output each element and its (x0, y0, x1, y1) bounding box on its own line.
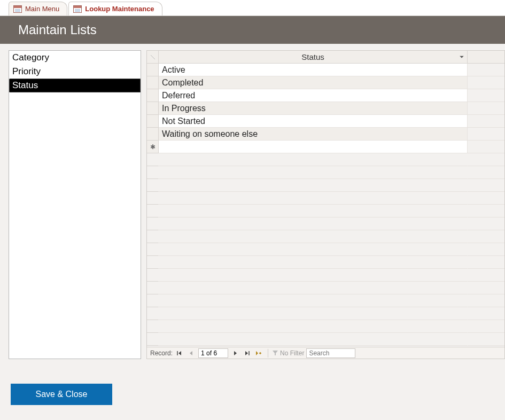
row-selector[interactable] (147, 115, 159, 128)
row-selector[interactable] (147, 64, 159, 76)
grid-empty-row (147, 294, 504, 307)
list-item-priority[interactable]: Priority (9, 65, 141, 79)
cell-empty (468, 76, 504, 89)
cell-empty (468, 243, 504, 256)
tab-main-menu[interactable]: Main Menu (9, 2, 67, 15)
cell-empty (468, 89, 504, 102)
grid-empty-row (147, 179, 504, 192)
grid-cell-empty (159, 294, 468, 307)
grid-row[interactable]: Deferred (147, 89, 504, 102)
grid-empty-row (147, 166, 504, 179)
record-position-input[interactable] (198, 348, 228, 358)
row-selector[interactable] (147, 76, 159, 89)
grid-empty-row (147, 256, 504, 269)
grid-cell-empty (159, 153, 468, 166)
grid-cell-empty (159, 320, 468, 333)
cell-empty (468, 102, 504, 115)
column-header-status[interactable]: Status (159, 51, 468, 64)
grid-cell[interactable]: In Progress (159, 102, 468, 115)
new-row-cell[interactable] (159, 141, 468, 153)
grid-header-row: Status (147, 51, 504, 64)
cell-empty (468, 166, 504, 179)
record-navigation: Record: No Filter (147, 347, 504, 359)
row-selector[interactable] (147, 128, 159, 141)
nav-last-button[interactable] (242, 348, 252, 358)
tab-label: Lookup Maintenance (85, 5, 154, 13)
grid-empty-row (147, 269, 504, 282)
nav-new-record-button[interactable] (254, 348, 263, 358)
cell-empty (468, 230, 504, 243)
chevron-down-icon[interactable] (460, 56, 464, 58)
row-selector (147, 333, 159, 346)
grid-row[interactable]: In Progress (147, 102, 504, 115)
nav-first-button[interactable] (175, 348, 184, 358)
grid-empty-row (147, 307, 504, 320)
grid-row[interactable]: Active (147, 64, 504, 76)
grid-cell[interactable]: Not Started (159, 115, 468, 128)
grid-empty-row (147, 217, 504, 230)
record-label: Record: (150, 349, 173, 357)
cell-empty (468, 307, 504, 320)
grid-cell[interactable]: Active (159, 64, 468, 76)
main-area: CategoryPriorityStatus Status ActiveComp… (0, 44, 505, 359)
grid-cell-empty (159, 192, 468, 205)
grid-row[interactable]: Completed (147, 76, 504, 89)
grid-cell[interactable]: Completed (159, 76, 468, 89)
cell-empty (468, 333, 504, 346)
grid-cell-empty (159, 243, 468, 256)
row-selector (147, 269, 159, 282)
tab-strip: Main Menu Lookup Maintenance (0, 0, 505, 16)
tab-lookup-maintenance[interactable]: Lookup Maintenance (68, 2, 162, 15)
cell-empty (468, 64, 504, 76)
row-selector[interactable] (147, 89, 159, 102)
grid-cell-empty (159, 307, 468, 320)
row-selector (147, 294, 159, 307)
page-header: Maintain Lists (0, 16, 505, 44)
search-input[interactable] (306, 348, 355, 358)
grid-panel: Status ActiveCompletedDeferredIn Progres… (146, 50, 505, 359)
list-item-category[interactable]: Category (9, 51, 141, 65)
save-close-label: Save & Close (36, 390, 88, 399)
row-selector (147, 192, 159, 205)
cell-empty (468, 192, 504, 205)
category-list[interactable]: CategoryPriorityStatus (9, 50, 141, 359)
grid-cell-empty (159, 256, 468, 269)
cell-empty (468, 179, 504, 192)
row-selector (147, 243, 159, 256)
no-filter-indicator[interactable]: No Filter (273, 349, 304, 357)
grid-row[interactable]: Not Started (147, 115, 504, 128)
nav-next-button[interactable] (230, 348, 240, 358)
grid-cell-empty (159, 179, 468, 192)
grid-row[interactable]: Waiting on someone else (147, 128, 504, 141)
column-header-empty (468, 51, 504, 64)
row-selector[interactable] (147, 102, 159, 115)
grid-empty-row (147, 333, 504, 346)
grid-empty-row (147, 243, 504, 256)
grid-cell-empty (159, 230, 468, 243)
grid-cell-empty (159, 333, 468, 346)
filter-icon (273, 351, 278, 356)
cell-empty (468, 256, 504, 269)
row-selector (147, 320, 159, 333)
cell-empty (468, 205, 504, 217)
grid-cell[interactable]: Deferred (159, 89, 468, 102)
grid-cell[interactable]: Waiting on someone else (159, 128, 468, 141)
form-icon (13, 5, 22, 13)
list-item-status[interactable]: Status (9, 79, 141, 92)
grid-empty-row (147, 153, 504, 166)
select-all-box[interactable] (147, 51, 159, 64)
grid-new-row[interactable]: ✱ (147, 141, 504, 153)
row-selector (147, 153, 159, 166)
row-selector (147, 307, 159, 320)
grid-cell-empty (159, 269, 468, 282)
nav-prev-button[interactable] (187, 348, 196, 358)
row-selector (147, 166, 159, 179)
no-filter-label: No Filter (280, 349, 304, 357)
save-close-button[interactable]: Save & Close (11, 384, 112, 405)
row-selector (147, 179, 159, 192)
separator (268, 349, 268, 357)
row-selector (147, 217, 159, 230)
tab-label: Main Menu (25, 5, 59, 13)
grid-cell-empty (159, 205, 468, 217)
grid-empty-row (147, 320, 504, 333)
